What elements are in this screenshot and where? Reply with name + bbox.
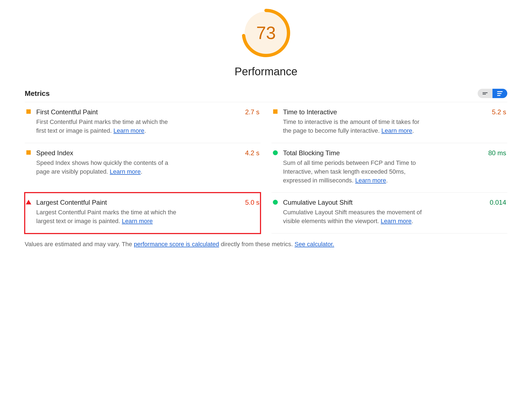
metric-description: Largest Contentful Paint marks the time … <box>36 208 179 226</box>
metric-description: Speed Index shows how quickly the conten… <box>36 159 179 176</box>
score-gauge: 73 <box>241 8 291 58</box>
metrics-heading: Metrics <box>25 89 50 98</box>
metric-status-icon <box>26 199 31 226</box>
score-value: 73 <box>241 8 291 58</box>
learn-more-link[interactable]: Learn more <box>355 177 386 184</box>
metric-card: Total Blocking Time80 msSum of all time … <box>271 143 507 193</box>
metric-description: First Contentful Paint marks the time at… <box>36 118 179 135</box>
footer-note: Values are estimated and may vary. The p… <box>25 234 507 248</box>
metric-card: Largest Contentful Paint5.0 sLargest Con… <box>25 193 261 234</box>
metric-card: Time to Interactive5.2 sTime to interact… <box>271 102 507 143</box>
view-compact-button[interactable] <box>478 89 492 98</box>
view-expanded-button[interactable] <box>492 89 507 98</box>
metric-name: Largest Contentful Paint <box>36 199 107 206</box>
status-average-icon <box>26 109 31 114</box>
metric-description: Time to interactive is the amount of tim… <box>283 118 426 135</box>
learn-more-link[interactable]: Learn more <box>113 127 144 134</box>
metrics-header: Metrics <box>25 89 507 102</box>
metric-value: 80 ms <box>488 149 506 157</box>
metric-status-icon <box>273 108 278 135</box>
status-good-icon <box>273 200 278 205</box>
footer-text: Values are estimated and may vary. The <box>25 241 134 248</box>
metric-value: 4.2 s <box>245 149 259 157</box>
metric-status-icon <box>273 199 278 226</box>
metric-card: First Contentful Paint2.7 sFirst Content… <box>25 102 261 143</box>
status-average-icon <box>273 109 278 114</box>
metric-value: 2.7 s <box>245 108 259 116</box>
footer-link-calculator[interactable]: See calculator. <box>295 241 334 248</box>
view-toggle <box>478 89 507 98</box>
learn-more-link[interactable]: Learn more <box>122 218 153 224</box>
learn-more-link[interactable]: Learn more <box>110 168 141 175</box>
metric-status-icon <box>273 149 278 185</box>
metric-name: Speed Index <box>36 149 73 157</box>
footer-text-2: directly from these metrics. <box>219 241 295 248</box>
metric-value: 5.2 s <box>492 108 506 116</box>
footer-link-score-calc[interactable]: performance score is calculated <box>134 241 219 248</box>
metric-name: First Contentful Paint <box>36 108 98 116</box>
metric-description: Cumulative Layout Shift measures the mov… <box>283 208 426 226</box>
status-average-icon <box>26 150 31 155</box>
metric-name: Cumulative Layout Shift <box>283 199 352 206</box>
metric-name: Time to Interactive <box>283 108 337 116</box>
learn-more-link[interactable]: Learn more <box>381 127 412 134</box>
metric-card: Cumulative Layout Shift0.014Cumulative L… <box>271 193 507 234</box>
metric-value: 5.0 s <box>245 199 259 206</box>
learn-more-link[interactable]: Learn more <box>381 218 412 224</box>
metric-name: Total Blocking Time <box>283 149 340 157</box>
metric-status-icon <box>26 108 31 135</box>
metrics-grid: First Contentful Paint2.7 sFirst Content… <box>25 102 507 234</box>
status-poor-icon <box>26 200 31 204</box>
score-gauge-section: 73 Performance <box>25 8 507 78</box>
status-good-icon <box>273 150 278 155</box>
metric-description: Sum of all time periods between FCP and … <box>283 159 426 185</box>
metric-status-icon <box>26 149 31 185</box>
metric-value: 0.014 <box>490 199 506 206</box>
metric-card: Speed Index4.2 sSpeed Index shows how qu… <box>25 143 261 193</box>
score-title: Performance <box>235 65 298 78</box>
